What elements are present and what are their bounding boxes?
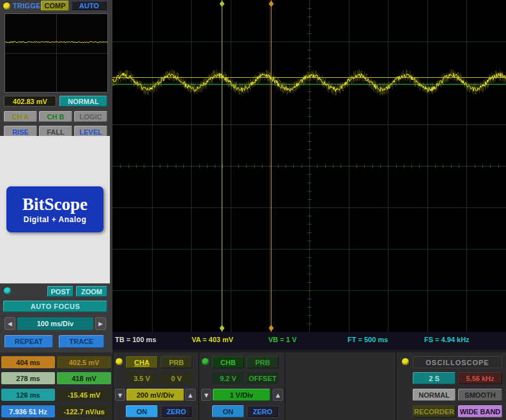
left-sidebar: TRIGGER COMP AUTO 402.83 mV NORMAL CH A … — [0, 0, 112, 352]
instrument-mode-button[interactable]: OSCILLOSCOPE — [413, 356, 502, 368]
trigger-level-button[interactable]: LEVEL — [74, 126, 107, 136]
wide-band-button[interactable]: WIDE BAND — [458, 405, 502, 417]
zoom-button[interactable]: ZOOM — [76, 286, 107, 297]
repeat-button[interactable]: REPEAT — [4, 335, 53, 348]
trigger-source-cha-button[interactable]: CH A — [4, 111, 37, 122]
channel-b-led-icon[interactable] — [202, 358, 209, 365]
channel-a-probe-button[interactable]: PRB — [160, 356, 192, 368]
trigger-source-logic-button[interactable]: LOGIC — [74, 111, 107, 122]
trace-button[interactable]: TRACE — [59, 335, 104, 348]
branding-panel: BitScope Digital + Analog — [0, 136, 110, 283]
oscilloscope-display[interactable] — [112, 0, 506, 332]
status-voltage-b: VB = 1 V — [268, 336, 296, 343]
channel-a-zero-button[interactable]: ZERO — [160, 405, 192, 417]
channel-b-range-readout[interactable]: 9.2 V — [212, 372, 244, 384]
instrument-led-icon — [402, 358, 409, 365]
arrow-left-icon: ◄ — [6, 320, 13, 327]
measurement-slew-rate: -122.7 nV/us — [57, 405, 111, 417]
channel-b-probe-button[interactable]: PRB — [247, 356, 279, 368]
measurement-voltage-b: 418 mV — [57, 372, 111, 384]
capture-led-icon — [4, 287, 11, 294]
channel-b-scale-display[interactable]: 1 V/Div — [213, 389, 270, 401]
arrow-right-icon: ► — [97, 320, 104, 327]
trigger-led-icon — [3, 3, 10, 10]
trigger-rise-button[interactable]: RISE — [4, 126, 37, 136]
trigger-preview-display — [4, 13, 108, 93]
channel-a-on-button[interactable]: ON — [126, 405, 158, 417]
timebase-display[interactable]: 100 ms/Div — [17, 317, 93, 330]
chevron-down-icon: ▼ — [117, 391, 124, 399]
channel-a-scale-up-button[interactable]: ▲ — [185, 389, 195, 401]
logo-subtitle: Digital + Analog — [24, 215, 87, 224]
channel-b-select-button[interactable]: CHB — [212, 356, 244, 368]
post-button[interactable]: POST — [47, 286, 73, 297]
trigger-edge-row: RISE FALL LEVEL — [0, 126, 112, 136]
recorder-button[interactable]: RECORDER — [413, 405, 456, 417]
channel-b-scale-up-button[interactable]: ▲ — [273, 389, 283, 401]
channel-a-scale-display[interactable]: 200 mV/Div — [126, 389, 184, 401]
trigger-source-chb-button[interactable]: CH B — [39, 111, 72, 122]
bitscope-logo: BitScope Digital + Analog — [6, 186, 103, 232]
trigger-auto-button[interactable]: AUTO — [71, 1, 107, 11]
status-sample-rate: FS = 4.94 kHz — [424, 336, 470, 343]
channel-a-scale-down-button[interactable]: ▼ — [115, 389, 125, 401]
channel-a-select-button[interactable]: CHA — [126, 356, 158, 368]
display-normal-button[interactable]: NORMAL — [413, 389, 456, 401]
trigger-fall-button[interactable]: FALL — [39, 126, 72, 136]
sample-rate-readout: 5.56 kHz — [458, 372, 502, 384]
chevron-up-icon: ▲ — [187, 391, 194, 399]
measurement-frequency: 7.936 51 Hz — [1, 405, 55, 417]
status-voltage-a: VA = 403 mV — [192, 336, 233, 343]
status-timebase: TB = 100 ms — [115, 336, 157, 343]
display-smooth-button[interactable]: SMOOTH — [458, 389, 502, 401]
timebase-step-down-button[interactable]: ◄ — [4, 317, 15, 330]
auto-focus-button[interactable]: AUTO FOCUS — [3, 301, 107, 312]
status-frame-time: FT = 500 ms — [348, 336, 388, 343]
measurement-delta-time: 126 ms — [1, 389, 55, 401]
measurement-delta-voltage: -15.45 mV — [57, 389, 111, 401]
capture-duration-readout[interactable]: 2 S — [413, 372, 456, 384]
scope-status-bar: TB = 100 ms VA = 403 mV VB = 1 V FT = 50… — [112, 332, 506, 350]
measurement-time-b: 278 ms — [1, 372, 55, 384]
chevron-up-icon: ▲ — [275, 391, 282, 399]
divider — [198, 352, 199, 420]
chevron-down-icon: ▼ — [203, 391, 210, 399]
channel-a-range-readout[interactable]: 3.5 V — [126, 372, 158, 384]
trigger-mode-normal-button[interactable]: NORMAL — [59, 96, 107, 107]
divider — [112, 352, 114, 420]
channel-b-zero-button[interactable]: ZERO — [247, 405, 279, 417]
measurement-voltage-a: 402.5 mV — [57, 356, 111, 368]
trigger-comp-button[interactable]: COMP — [41, 1, 69, 11]
trigger-level-readout[interactable]: 402.83 mV — [4, 96, 56, 107]
measurement-time-a: 404 ms — [1, 356, 55, 368]
timebase-step-up-button[interactable]: ► — [95, 317, 106, 330]
channel-b-offset-readout[interactable]: OFFSET — [247, 372, 279, 384]
channel-a-led-icon[interactable] — [116, 358, 123, 365]
channel-b-on-button[interactable]: ON — [212, 405, 244, 417]
channel-b-scale-down-button[interactable]: ▼ — [201, 389, 211, 401]
divider — [284, 352, 286, 420]
logo-title: BitScope — [22, 195, 88, 214]
divider — [395, 352, 397, 420]
channel-a-offset-readout[interactable]: 0 V — [160, 372, 192, 384]
bitscope-dso-app: TRIGGER COMP AUTO 402.83 mV NORMAL CH A … — [0, 0, 506, 420]
